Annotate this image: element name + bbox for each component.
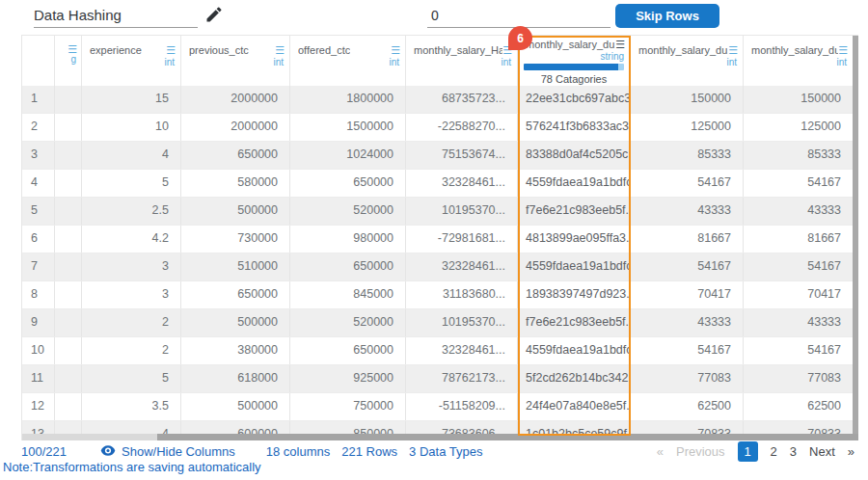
column-type-label: string xyxy=(518,51,630,62)
data-cell: 730000 xyxy=(181,226,290,253)
transform-count-badge: 6 xyxy=(508,26,532,50)
data-cell: 32328461... xyxy=(406,337,518,364)
column-header[interactable]: ☰g xyxy=(55,36,82,86)
data-cell: 77083 xyxy=(631,365,744,392)
table-row: 52.550000052000010195370...f7e6e21c983ee… xyxy=(22,198,858,226)
data-cell: 43333 xyxy=(744,198,854,225)
data-cell: 10 xyxy=(82,114,181,141)
status-bar: 100/221 Show/Hide Columns 18 columns 221… xyxy=(21,441,860,461)
data-cell: 4813899ae095ffa3... xyxy=(518,226,631,253)
data-cell: -72981681... xyxy=(406,226,518,253)
column-header-previous_ctc[interactable]: previous_ctc☰int xyxy=(181,36,290,86)
data-cell: 62500 xyxy=(631,393,744,420)
eye-icon xyxy=(100,444,116,459)
data-cell xyxy=(55,170,82,197)
row-number-cell: 5 xyxy=(22,198,55,225)
pagination-page-2[interactable]: 2 xyxy=(771,444,777,459)
column-menu-icon[interactable]: ☰ xyxy=(615,40,625,49)
data-cell xyxy=(55,337,82,364)
pagination-previous[interactable]: Previous xyxy=(676,444,725,459)
column-name: monthly_salary_Ha... xyxy=(414,44,502,56)
rows-count-stat: 221 Rows xyxy=(341,444,397,459)
column-menu-icon[interactable]: ☰ xyxy=(68,44,77,54)
skip-rows-button[interactable]: Skip Rows xyxy=(615,4,719,28)
column-menu-icon[interactable]: ☰ xyxy=(275,45,285,55)
data-cell: 2000000 xyxy=(181,86,290,113)
data-cell: f7e6e21c983eeb5f... xyxy=(518,309,631,336)
categories-distribution-bar xyxy=(524,64,624,70)
data-grid: ☰gexperience☰intprevious_ctc☰intoffered_… xyxy=(21,35,858,440)
table-row: 123.5500000750000-51158209...24f4e07a840… xyxy=(22,393,858,421)
data-cell: 43333 xyxy=(631,198,744,225)
data-cell: 83388d0af4c5205c... xyxy=(518,142,631,169)
row-number-cell: 10 xyxy=(22,337,55,364)
data-cell: 380000 xyxy=(181,337,290,364)
column-menu-icon[interactable]: ☰ xyxy=(166,45,176,55)
table-row: 7351000065000032328461...4559fdaea19a1bd… xyxy=(22,253,858,281)
column-header-monthly_salary_du[interactable]: monthly_salary_du...☰string78 Catagories xyxy=(518,36,631,86)
data-cell xyxy=(55,226,82,253)
data-cell: 5 xyxy=(82,170,181,197)
column-type-label: int xyxy=(181,57,289,67)
column-header-monthly_salary_du[interactable]: monthly_salary_du...☰int xyxy=(744,36,854,86)
data-cell: 580000 xyxy=(181,170,290,197)
data-cell: 78762173... xyxy=(406,365,518,392)
row-number-cell: 12 xyxy=(22,393,55,420)
pagination-page-3[interactable]: 3 xyxy=(790,444,797,459)
pagination-next[interactable]: Next xyxy=(809,444,835,459)
data-cell: 845000 xyxy=(290,281,406,308)
columns-count-stat: 18 columns xyxy=(266,444,330,459)
pagination-first-icon[interactable]: « xyxy=(657,444,664,459)
row-number-cell: 9 xyxy=(22,309,55,336)
data-cell: 5f2cd262b14bc342... xyxy=(518,365,631,392)
data-cell: 2 xyxy=(82,309,181,336)
pagination-last-icon[interactable]: » xyxy=(848,444,854,459)
data-cell: 85333 xyxy=(631,142,744,169)
column-header-monthly_salary_du[interactable]: monthly_salary_du...☰int xyxy=(631,36,744,86)
data-cell: 500000 xyxy=(181,393,290,420)
row-number-cell: 7 xyxy=(22,253,55,280)
data-cell: 22ee31cbc697abc3... xyxy=(518,86,631,113)
horizontal-scrollbar[interactable] xyxy=(22,434,858,440)
data-cell xyxy=(55,114,82,141)
column-header-offered_ctc[interactable]: offered_ctc☰int xyxy=(290,36,406,86)
column-menu-icon[interactable]: ☰ xyxy=(838,45,848,55)
data-cell xyxy=(55,142,82,169)
data-prep-window: Data Hashing 0 Skip Rows ☰gexperience☰in… xyxy=(0,0,868,480)
data-cell: 85333 xyxy=(744,142,854,169)
vertical-scrollbar[interactable] xyxy=(853,36,858,435)
data-cell xyxy=(55,309,82,336)
column-header-experience[interactable]: experience☰int xyxy=(82,36,181,86)
data-cell: 4.2 xyxy=(82,226,181,253)
column-header-monthly_salary_Ha[interactable]: monthly_salary_Ha...☰int xyxy=(406,36,518,86)
data-cell: 3 xyxy=(82,253,181,280)
data-cell: 5 xyxy=(82,365,181,392)
pagination: « Previous 1 2 3 Next » xyxy=(657,441,860,462)
row-number-cell: 1 xyxy=(22,86,55,113)
row-number-cell: 2 xyxy=(22,114,55,141)
column-name: previous_ctc xyxy=(189,44,249,56)
data-cell: 500000 xyxy=(181,309,290,336)
edit-pencil-icon[interactable] xyxy=(204,5,224,24)
data-cell: 650000 xyxy=(290,253,406,280)
data-cell: 10195370... xyxy=(406,309,518,336)
data-cell: 32328461... xyxy=(406,170,518,197)
data-cell: 54167 xyxy=(631,337,744,364)
column-menu-icon[interactable]: ☰ xyxy=(728,45,738,55)
data-cell xyxy=(55,365,82,392)
show-hide-columns-button[interactable]: Show/Hide Columns xyxy=(100,444,235,459)
column-menu-icon[interactable]: ☰ xyxy=(391,45,400,55)
data-cell: 2.5 xyxy=(82,198,181,225)
table-row: 21020000001500000-22588270...576241f3b68… xyxy=(22,114,858,142)
data-cell: 54167 xyxy=(744,253,854,280)
horizontal-scrollbar-thumb[interactable] xyxy=(157,434,858,440)
data-cell: 31183680... xyxy=(406,281,518,308)
data-cell: 18938397497d923... xyxy=(518,281,631,308)
data-cell: 3 xyxy=(82,281,181,308)
pagination-page-1[interactable]: 1 xyxy=(738,441,758,462)
data-cell: 68735723... xyxy=(406,86,518,113)
dataset-name-input[interactable]: Data Hashing xyxy=(34,3,198,28)
data-cell: 32328461... xyxy=(406,253,518,280)
skip-rows-input[interactable]: 0 xyxy=(427,3,610,28)
data-cell: 650000 xyxy=(181,142,290,169)
